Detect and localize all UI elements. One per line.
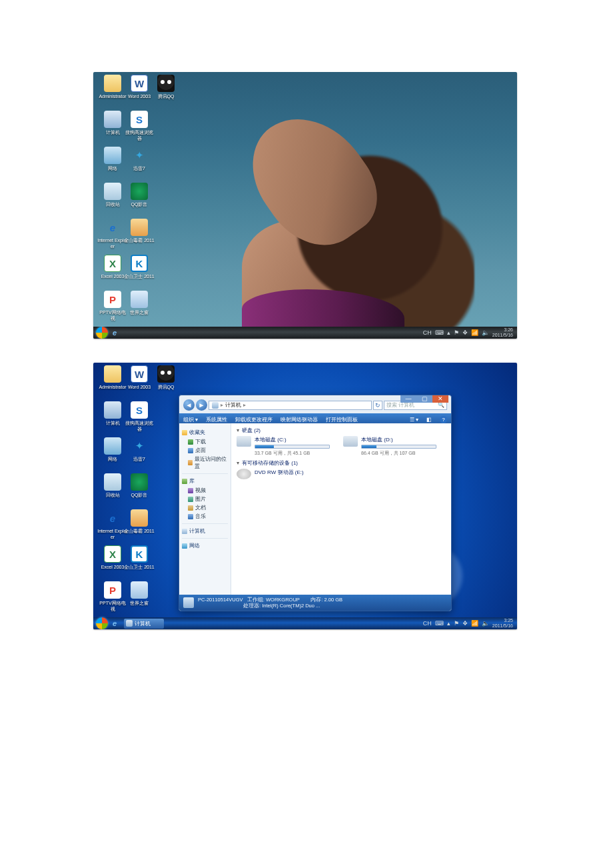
nav-network[interactable]: 网络 — [182, 542, 228, 549]
clock[interactable]: 3:25 2011/5/16 — [492, 618, 514, 629]
desktop-icon[interactable]: ✦迅雷7 — [124, 147, 155, 171]
desktop-icon-label: QQ影音 — [124, 492, 155, 498]
drive-label: DVD RW 驱动器 (E:) — [255, 469, 330, 476]
start-button[interactable] — [96, 327, 108, 339]
tray-lang[interactable]: CH — [423, 329, 432, 336]
nav-documents[interactable]: 文档 — [188, 504, 228, 511]
cpu-label: 处理器: — [243, 603, 261, 609]
nav-libraries[interactable]: 库 — [182, 477, 228, 485]
desktop-icon-label: 金山毒霸 2011 — [124, 237, 155, 243]
shield-icon[interactable]: ❖ — [462, 620, 468, 627]
computer-icon — [212, 402, 219, 409]
clock-date: 2011/5/16 — [492, 333, 513, 338]
nav-pictures[interactable]: 图片 — [188, 495, 228, 503]
close-button[interactable]: ✕ — [432, 395, 448, 403]
explorer-window[interactable]: — ▢ ✕ ◄ ► ▸ 计算机 ▸ ↻ 搜索 计算机 🔍 — [179, 395, 452, 611]
keyboard-icon[interactable]: ⌨ — [435, 329, 444, 336]
pc-name: PC-20110514VUGV — [198, 597, 243, 603]
desktop[interactable]: AdministratorWWord 2003腾讯QQ计算机S搜狗高速浏览器网络… — [93, 72, 517, 327]
ie-icon: e — [104, 509, 121, 527]
taskbar-pinned-ie[interactable]: e — [111, 619, 121, 629]
cmd-system-properties[interactable]: 系统属性 — [206, 416, 227, 423]
chevron-right-icon: ▸ — [221, 402, 223, 408]
taskbar-pinned-ie[interactable]: e — [111, 328, 121, 338]
qqm-icon — [131, 473, 148, 491]
desktop-icon[interactable]: 世界之窗 — [124, 581, 155, 606]
flag-icon[interactable]: ⚑ — [454, 329, 459, 336]
net-icon — [104, 437, 121, 455]
desktop-icon[interactable]: QQ影音 — [124, 183, 155, 207]
flag-icon[interactable]: ⚑ — [454, 620, 459, 627]
computer-icon — [182, 529, 187, 534]
computer-icon — [126, 620, 133, 627]
taskbar[interactable]: e CH ⌨ ▴ ⚑ ❖ 📶 🔈 3:26 2011/5/16 — [93, 327, 517, 339]
shield-icon[interactable]: ❖ — [462, 329, 468, 336]
recent-icon — [188, 460, 193, 465]
desktop-icon[interactable]: QQ影音 — [124, 473, 155, 498]
desktop-icon[interactable]: 世界之窗 — [124, 291, 155, 315]
group-header[interactable]: 有可移动存储的设备 (1) — [237, 459, 446, 467]
nav-music[interactable]: 音乐 — [188, 513, 228, 520]
nav-back-button[interactable]: ◄ — [183, 399, 195, 411]
clock-date: 2011/5/16 — [492, 623, 513, 629]
ie-icon: e — [104, 219, 121, 236]
desktop-icon[interactable]: K金山卫士 2011 — [124, 545, 155, 570]
desktop-icon[interactable]: 腾讯QQ — [151, 365, 181, 390]
clock[interactable]: 3:26 2011/5/16 — [492, 327, 514, 338]
local-disk[interactable]: 本地磁盘 (C:)33.7 GB 可用，共 45.1 GB — [237, 436, 330, 457]
desktop-icon-label: 世界之窗 — [124, 600, 155, 606]
system-tray[interactable]: CH ⌨ ▴ ⚑ ❖ 📶 🔈 3:25 2011/5/16 — [423, 618, 514, 629]
dvd-drive[interactable]: DVD RW 驱动器 (E:) — [237, 469, 330, 479]
memory-label: 内存: — [310, 597, 322, 603]
group-header[interactable]: 硬盘 (2) — [237, 427, 446, 434]
system-tray[interactable]: CH ⌨ ▴ ⚑ ❖ 📶 🔈 3:26 2011/5/16 — [423, 327, 514, 338]
keyboard-icon[interactable]: ⌨ — [435, 620, 444, 627]
drive-label: 本地磁盘 (C:) — [255, 436, 330, 443]
nav-videos[interactable]: 视频 — [188, 487, 228, 494]
maximize-button[interactable]: ▢ — [416, 395, 432, 403]
nav-recent[interactable]: 最近访问的位置 — [188, 455, 228, 470]
nav-forward-button[interactable]: ► — [196, 399, 207, 411]
cmd-uninstall[interactable]: 卸载或更改程序 — [235, 416, 273, 423]
preview-pane-button[interactable]: ◧ — [426, 417, 432, 423]
breadcrumb[interactable]: ▸ 计算机 ▸ — [209, 401, 372, 410]
nav-favorites[interactable]: 收藏夹 — [182, 429, 228, 436]
workgroup-label: 工作组: — [247, 597, 265, 603]
cmd-control-panel[interactable]: 打开控制面板 — [326, 416, 358, 423]
refresh-button[interactable]: ↻ — [373, 401, 382, 410]
tray-lang[interactable]: CH — [423, 620, 432, 627]
volume-icon[interactable]: 🔈 — [482, 329, 489, 336]
js-icon — [131, 509, 148, 527]
help-button[interactable]: ? — [440, 416, 447, 423]
desktop-icon-label: 迅雷7 — [124, 165, 155, 171]
nav-computer[interactable]: 计算机 — [182, 527, 228, 535]
desktop-icon[interactable]: K金山卫士 2011 — [124, 255, 155, 279]
desktop-icon[interactable]: ✦迅雷7 — [124, 437, 155, 462]
desktop-icon[interactable]: S搜狗高速浏览器 — [124, 111, 155, 141]
desktop-icon[interactable]: S搜狗高速浏览器 — [124, 401, 155, 432]
desktop-icon[interactable]: 金山毒霸 2011 — [124, 509, 155, 534]
navigation-pane[interactable]: 收藏夹 下载 桌面 最近访问的位置 库 视频 图片 文档 音乐 计算机 网络 — [179, 423, 231, 595]
desktop-icon[interactable]: 腾讯QQ — [151, 75, 181, 99]
network-icon[interactable]: 📶 — [471, 329, 478, 336]
taskbar[interactable]: e 计算机 CH ⌨ ▴ ⚑ ❖ 📶 🔈 3:25 2011/5/16 — [93, 617, 517, 629]
content-pane[interactable]: 硬盘 (2) 本地磁盘 (C:)33.7 GB 可用，共 45.1 GB本地磁盘… — [231, 423, 451, 595]
nav-desktop[interactable]: 桌面 — [188, 447, 228, 454]
local-disk[interactable]: 本地磁盘 (D:)86.4 GB 可用，共 107 GB — [343, 436, 436, 457]
nav-downloads[interactable]: 下载 — [188, 438, 228, 445]
network-icon[interactable]: 📶 — [471, 620, 478, 627]
breadcrumb-item[interactable]: 计算机 — [225, 401, 241, 409]
minimize-button[interactable]: — — [400, 395, 416, 403]
desktop-icon[interactable]: 金山毒霸 2011 — [124, 219, 155, 243]
desktop-icon-label: 金山卫士 2011 — [124, 564, 155, 570]
start-button[interactable] — [96, 617, 108, 629]
cmd-organize[interactable]: 组织 ▾ — [183, 416, 198, 423]
tray-chevron-icon[interactable]: ▴ — [447, 329, 450, 336]
taskbar-item-computer[interactable]: 计算机 — [124, 619, 164, 629]
pc-icon — [104, 401, 121, 419]
view-button[interactable]: ☰ ▾ — [410, 417, 418, 423]
volume-icon[interactable]: 🔈 — [482, 620, 489, 627]
cmd-map-drive[interactable]: 映射网络驱动器 — [281, 416, 318, 423]
tray-chevron-icon[interactable]: ▴ — [447, 620, 450, 627]
desktop-icon-label: 金山卫士 2011 — [124, 273, 155, 279]
